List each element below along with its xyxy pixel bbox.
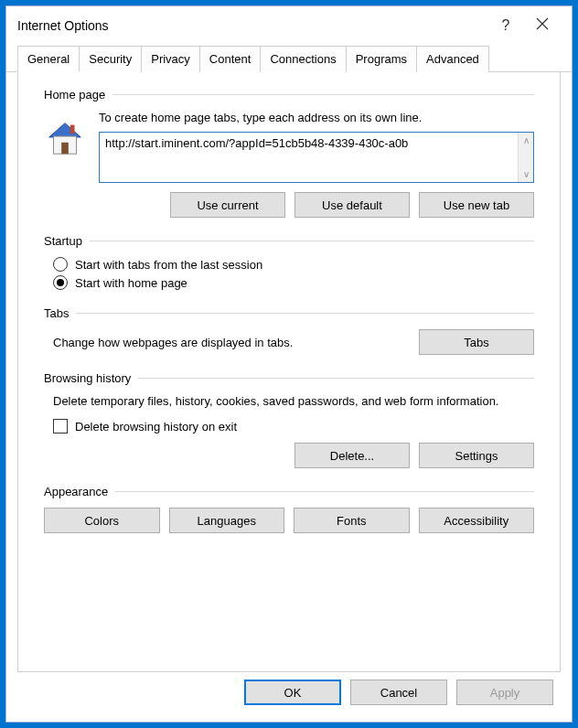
- tabs-section: Tabs Change how webpages are displayed i…: [44, 306, 534, 355]
- appearance-section: Appearance Colors Languages Fonts Access…: [44, 485, 534, 533]
- svg-rect-5: [70, 125, 75, 134]
- cancel-button[interactable]: Cancel: [350, 680, 447, 705]
- delete-button[interactable]: Delete...: [294, 443, 410, 468]
- startup-label: Startup: [44, 234, 90, 248]
- settings-button[interactable]: Settings: [419, 443, 534, 468]
- history-description: Delete temporary files, history, cookies…: [53, 394, 534, 408]
- radio-label: Start with home page: [75, 276, 187, 290]
- dialog-window: Internet Options ? General Security Priv…: [5, 5, 573, 723]
- scrollbar[interactable]: ∧ ∨: [518, 133, 533, 182]
- homepage-section: Home page To create home page tabs, type…: [44, 88, 534, 218]
- tabs-section-label: Tabs: [44, 306, 76, 320]
- scroll-up-icon[interactable]: ∧: [519, 133, 533, 148]
- radio-label: Start with tabs from the last session: [75, 258, 262, 272]
- divider: [90, 241, 534, 241]
- divider: [112, 94, 534, 95]
- checkbox-icon: [53, 419, 68, 434]
- apply-button[interactable]: Apply: [456, 680, 553, 705]
- divider: [138, 378, 534, 379]
- homepage-label: Home page: [44, 88, 112, 102]
- ok-button[interactable]: OK: [244, 680, 341, 705]
- accessibility-button[interactable]: Accessibility: [419, 508, 535, 533]
- window-title: Internet Options: [17, 18, 487, 33]
- colors-button[interactable]: Colors: [44, 508, 160, 533]
- history-section: Browsing history Delete temporary files,…: [44, 371, 534, 468]
- tab-general[interactable]: General: [17, 46, 80, 72]
- close-button[interactable]: [524, 17, 561, 34]
- tab-advanced[interactable]: Advanced: [416, 46, 489, 72]
- tab-panel: Home page To create home page tabs, type…: [17, 71, 561, 672]
- startup-home-page-option[interactable]: Start with home page: [53, 275, 534, 290]
- titlebar: Internet Options ?: [6, 6, 572, 45]
- use-default-button[interactable]: Use default: [294, 192, 410, 218]
- checkbox-label: Delete browsing history on exit: [75, 420, 237, 434]
- tabs-description: Change how webpages are displayed in tab…: [53, 336, 401, 349]
- divider: [76, 313, 534, 314]
- delete-on-exit-option[interactable]: Delete browsing history on exit: [53, 419, 534, 434]
- tab-connections[interactable]: Connections: [260, 46, 346, 72]
- homepage-description: To create home page tabs, type each addr…: [99, 111, 534, 124]
- dialog-buttons: OK Cancel Apply: [6, 680, 572, 722]
- divider: [115, 491, 534, 492]
- radio-icon: [53, 275, 68, 290]
- fonts-button[interactable]: Fonts: [294, 508, 410, 533]
- homepage-url-field[interactable]: ∧ ∨: [99, 132, 534, 183]
- appearance-label: Appearance: [44, 485, 115, 498]
- startup-last-session-option[interactable]: Start with tabs from the last session: [53, 257, 534, 272]
- help-button[interactable]: ?: [487, 17, 524, 34]
- svg-rect-4: [61, 143, 69, 154]
- home-icon: [44, 116, 86, 158]
- use-new-tab-button[interactable]: Use new tab: [419, 192, 534, 218]
- startup-section: Startup Start with tabs from the last se…: [44, 234, 534, 290]
- use-current-button[interactable]: Use current: [170, 192, 285, 218]
- svg-marker-2: [49, 123, 81, 137]
- scroll-down-icon[interactable]: ∨: [519, 166, 533, 182]
- tab-privacy[interactable]: Privacy: [141, 46, 200, 72]
- homepage-url-input[interactable]: [100, 133, 518, 182]
- tabs-button[interactable]: Tabs: [419, 329, 534, 355]
- languages-button[interactable]: Languages: [169, 508, 285, 533]
- tab-strip: General Security Privacy Content Connect…: [6, 45, 572, 72]
- radio-icon: [53, 257, 68, 272]
- tab-content[interactable]: Content: [199, 46, 262, 72]
- tab-security[interactable]: Security: [79, 46, 142, 72]
- tab-programs[interactable]: Programs: [346, 46, 417, 72]
- history-label: Browsing history: [44, 371, 138, 385]
